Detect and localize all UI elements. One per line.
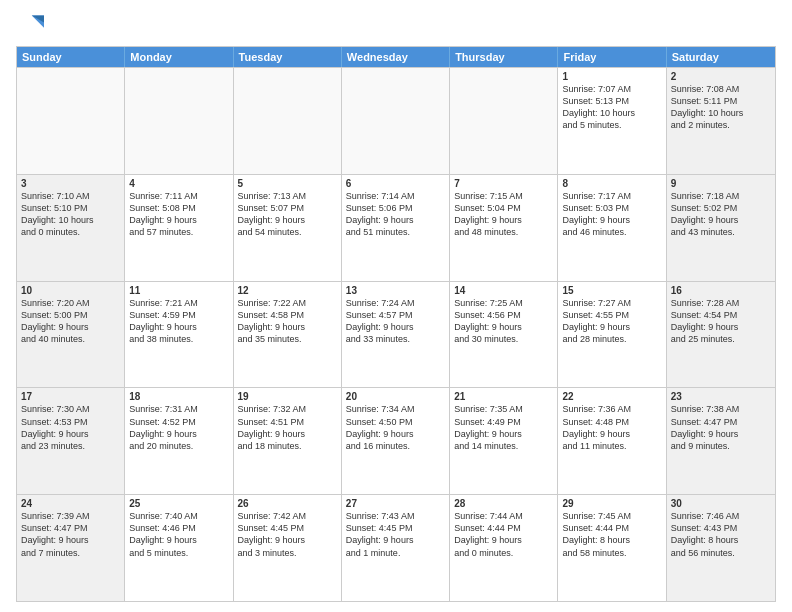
- logo: [16, 12, 46, 40]
- calendar-cell: 4Sunrise: 7:11 AM Sunset: 5:08 PM Daylig…: [125, 175, 233, 281]
- calendar-cell: 19Sunrise: 7:32 AM Sunset: 4:51 PM Dayli…: [234, 388, 342, 494]
- calendar-cell: 6Sunrise: 7:14 AM Sunset: 5:06 PM Daylig…: [342, 175, 450, 281]
- header-day-saturday: Saturday: [667, 47, 775, 67]
- day-number: 30: [671, 498, 771, 509]
- calendar-cell: 12Sunrise: 7:22 AM Sunset: 4:58 PM Dayli…: [234, 282, 342, 388]
- day-number: 20: [346, 391, 445, 402]
- calendar-cell: 26Sunrise: 7:42 AM Sunset: 4:45 PM Dayli…: [234, 495, 342, 601]
- calendar: SundayMondayTuesdayWednesdayThursdayFrid…: [16, 46, 776, 602]
- day-number: 27: [346, 498, 445, 509]
- calendar-cell: 10Sunrise: 7:20 AM Sunset: 5:00 PM Dayli…: [17, 282, 125, 388]
- day-info: Sunrise: 7:11 AM Sunset: 5:08 PM Dayligh…: [129, 190, 228, 239]
- day-info: Sunrise: 7:46 AM Sunset: 4:43 PM Dayligh…: [671, 510, 771, 559]
- day-number: 1: [562, 71, 661, 82]
- day-info: Sunrise: 7:30 AM Sunset: 4:53 PM Dayligh…: [21, 403, 120, 452]
- day-number: 24: [21, 498, 120, 509]
- calendar-cell: 2Sunrise: 7:08 AM Sunset: 5:11 PM Daylig…: [667, 68, 775, 174]
- day-number: 13: [346, 285, 445, 296]
- day-number: 18: [129, 391, 228, 402]
- day-info: Sunrise: 7:34 AM Sunset: 4:50 PM Dayligh…: [346, 403, 445, 452]
- day-info: Sunrise: 7:44 AM Sunset: 4:44 PM Dayligh…: [454, 510, 553, 559]
- calendar-cell: 1Sunrise: 7:07 AM Sunset: 5:13 PM Daylig…: [558, 68, 666, 174]
- header-day-wednesday: Wednesday: [342, 47, 450, 67]
- calendar-cell: [450, 68, 558, 174]
- calendar-cell: 20Sunrise: 7:34 AM Sunset: 4:50 PM Dayli…: [342, 388, 450, 494]
- day-info: Sunrise: 7:42 AM Sunset: 4:45 PM Dayligh…: [238, 510, 337, 559]
- header-day-tuesday: Tuesday: [234, 47, 342, 67]
- calendar-cell: [342, 68, 450, 174]
- calendar-cell: 11Sunrise: 7:21 AM Sunset: 4:59 PM Dayli…: [125, 282, 233, 388]
- calendar-cell: [17, 68, 125, 174]
- day-info: Sunrise: 7:10 AM Sunset: 5:10 PM Dayligh…: [21, 190, 120, 239]
- day-number: 2: [671, 71, 771, 82]
- calendar-cell: 5Sunrise: 7:13 AM Sunset: 5:07 PM Daylig…: [234, 175, 342, 281]
- day-info: Sunrise: 7:45 AM Sunset: 4:44 PM Dayligh…: [562, 510, 661, 559]
- day-number: 5: [238, 178, 337, 189]
- calendar-row-2: 10Sunrise: 7:20 AM Sunset: 5:00 PM Dayli…: [17, 281, 775, 388]
- day-number: 21: [454, 391, 553, 402]
- day-info: Sunrise: 7:31 AM Sunset: 4:52 PM Dayligh…: [129, 403, 228, 452]
- day-info: Sunrise: 7:08 AM Sunset: 5:11 PM Dayligh…: [671, 83, 771, 132]
- calendar-row-1: 3Sunrise: 7:10 AM Sunset: 5:10 PM Daylig…: [17, 174, 775, 281]
- day-number: 29: [562, 498, 661, 509]
- day-number: 22: [562, 391, 661, 402]
- day-number: 8: [562, 178, 661, 189]
- day-info: Sunrise: 7:38 AM Sunset: 4:47 PM Dayligh…: [671, 403, 771, 452]
- day-number: 9: [671, 178, 771, 189]
- calendar-row-0: 1Sunrise: 7:07 AM Sunset: 5:13 PM Daylig…: [17, 67, 775, 174]
- day-info: Sunrise: 7:14 AM Sunset: 5:06 PM Dayligh…: [346, 190, 445, 239]
- day-number: 14: [454, 285, 553, 296]
- calendar-cell: 18Sunrise: 7:31 AM Sunset: 4:52 PM Dayli…: [125, 388, 233, 494]
- day-number: 25: [129, 498, 228, 509]
- day-number: 23: [671, 391, 771, 402]
- day-info: Sunrise: 7:35 AM Sunset: 4:49 PM Dayligh…: [454, 403, 553, 452]
- calendar-cell: 9Sunrise: 7:18 AM Sunset: 5:02 PM Daylig…: [667, 175, 775, 281]
- calendar-cell: [125, 68, 233, 174]
- calendar-cell: 16Sunrise: 7:28 AM Sunset: 4:54 PM Dayli…: [667, 282, 775, 388]
- calendar-cell: 15Sunrise: 7:27 AM Sunset: 4:55 PM Dayli…: [558, 282, 666, 388]
- day-info: Sunrise: 7:17 AM Sunset: 5:03 PM Dayligh…: [562, 190, 661, 239]
- header-day-monday: Monday: [125, 47, 233, 67]
- day-info: Sunrise: 7:21 AM Sunset: 4:59 PM Dayligh…: [129, 297, 228, 346]
- calendar-cell: 8Sunrise: 7:17 AM Sunset: 5:03 PM Daylig…: [558, 175, 666, 281]
- day-number: 10: [21, 285, 120, 296]
- calendar-cell: 7Sunrise: 7:15 AM Sunset: 5:04 PM Daylig…: [450, 175, 558, 281]
- calendar-cell: 22Sunrise: 7:36 AM Sunset: 4:48 PM Dayli…: [558, 388, 666, 494]
- day-info: Sunrise: 7:25 AM Sunset: 4:56 PM Dayligh…: [454, 297, 553, 346]
- day-info: Sunrise: 7:15 AM Sunset: 5:04 PM Dayligh…: [454, 190, 553, 239]
- day-info: Sunrise: 7:07 AM Sunset: 5:13 PM Dayligh…: [562, 83, 661, 132]
- day-info: Sunrise: 7:39 AM Sunset: 4:47 PM Dayligh…: [21, 510, 120, 559]
- calendar-row-3: 17Sunrise: 7:30 AM Sunset: 4:53 PM Dayli…: [17, 387, 775, 494]
- header: [16, 12, 776, 40]
- header-day-thursday: Thursday: [450, 47, 558, 67]
- day-info: Sunrise: 7:32 AM Sunset: 4:51 PM Dayligh…: [238, 403, 337, 452]
- calendar-cell: 3Sunrise: 7:10 AM Sunset: 5:10 PM Daylig…: [17, 175, 125, 281]
- day-info: Sunrise: 7:28 AM Sunset: 4:54 PM Dayligh…: [671, 297, 771, 346]
- calendar-cell: [234, 68, 342, 174]
- day-number: 15: [562, 285, 661, 296]
- day-info: Sunrise: 7:24 AM Sunset: 4:57 PM Dayligh…: [346, 297, 445, 346]
- day-number: 4: [129, 178, 228, 189]
- page: SundayMondayTuesdayWednesdayThursdayFrid…: [0, 0, 792, 612]
- day-number: 6: [346, 178, 445, 189]
- calendar-cell: 24Sunrise: 7:39 AM Sunset: 4:47 PM Dayli…: [17, 495, 125, 601]
- calendar-cell: 17Sunrise: 7:30 AM Sunset: 4:53 PM Dayli…: [17, 388, 125, 494]
- day-info: Sunrise: 7:20 AM Sunset: 5:00 PM Dayligh…: [21, 297, 120, 346]
- calendar-cell: 25Sunrise: 7:40 AM Sunset: 4:46 PM Dayli…: [125, 495, 233, 601]
- day-info: Sunrise: 7:13 AM Sunset: 5:07 PM Dayligh…: [238, 190, 337, 239]
- day-number: 19: [238, 391, 337, 402]
- day-number: 16: [671, 285, 771, 296]
- day-number: 28: [454, 498, 553, 509]
- calendar-cell: 29Sunrise: 7:45 AM Sunset: 4:44 PM Dayli…: [558, 495, 666, 601]
- day-number: 12: [238, 285, 337, 296]
- calendar-cell: 30Sunrise: 7:46 AM Sunset: 4:43 PM Dayli…: [667, 495, 775, 601]
- day-number: 26: [238, 498, 337, 509]
- header-day-friday: Friday: [558, 47, 666, 67]
- calendar-cell: 23Sunrise: 7:38 AM Sunset: 4:47 PM Dayli…: [667, 388, 775, 494]
- day-info: Sunrise: 7:43 AM Sunset: 4:45 PM Dayligh…: [346, 510, 445, 559]
- calendar-body: 1Sunrise: 7:07 AM Sunset: 5:13 PM Daylig…: [17, 67, 775, 601]
- day-info: Sunrise: 7:18 AM Sunset: 5:02 PM Dayligh…: [671, 190, 771, 239]
- day-number: 7: [454, 178, 553, 189]
- day-info: Sunrise: 7:36 AM Sunset: 4:48 PM Dayligh…: [562, 403, 661, 452]
- calendar-cell: 28Sunrise: 7:44 AM Sunset: 4:44 PM Dayli…: [450, 495, 558, 601]
